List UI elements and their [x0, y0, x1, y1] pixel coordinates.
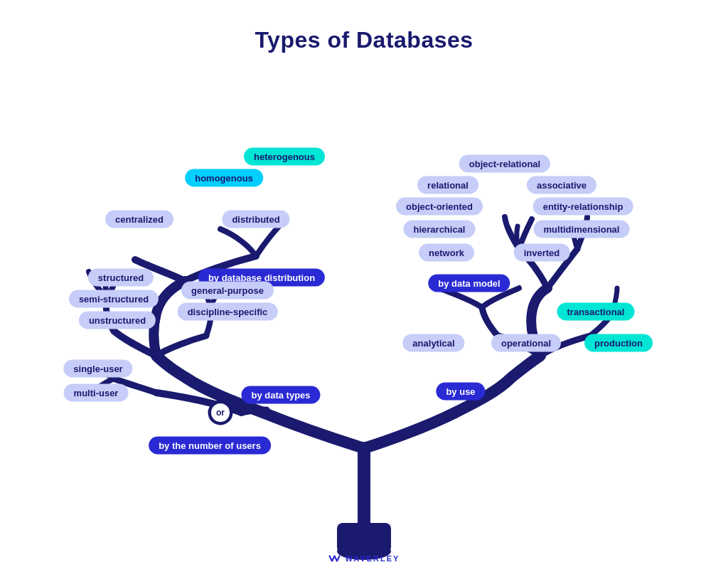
label-discipline-specific: discipline-specific: [178, 303, 278, 321]
label-unstructured: unstructured: [79, 312, 156, 329]
svg-rect-1: [337, 523, 391, 553]
label-entity-relationship: entity-relationship: [533, 198, 633, 216]
label-associative: associative: [527, 176, 596, 194]
label-by-data-types: by data types: [241, 386, 320, 404]
label-operational: operational: [491, 334, 561, 352]
label-general-purpose: general-purpose: [181, 282, 274, 300]
label-production: production: [584, 334, 653, 352]
label-multidimensional: multidimensional: [534, 221, 630, 238]
waverley-label: WAVERLEY: [346, 554, 400, 563]
label-or: or: [209, 401, 232, 424]
label-by-data-model: by data model: [428, 275, 510, 292]
waverley-footer: WAVERLEY: [328, 554, 400, 563]
label-hierarchical: hierarchical: [404, 221, 476, 238]
diagram-container: heterogenous homogenous centralized dist…: [0, 64, 728, 576]
label-network: network: [419, 244, 474, 262]
label-by-number-of-users: by the number of users: [149, 437, 271, 455]
label-distributed: distributed: [222, 211, 289, 228]
label-object-relational: object-relational: [459, 155, 550, 173]
label-object-oriented: object-oriented: [396, 198, 483, 216]
waverley-logo-icon: [328, 554, 341, 563]
label-relational: relational: [417, 176, 478, 194]
label-structured: structured: [88, 269, 154, 287]
label-by-use: by use: [436, 383, 485, 401]
label-centralized: centralized: [105, 211, 173, 228]
page-title: Types of Databases: [0, 0, 728, 53]
label-inverted: inverted: [514, 244, 570, 262]
label-heterogenous: heterogenous: [244, 148, 325, 166]
label-semi-structured: semi-structured: [69, 290, 159, 308]
label-analytical: analytical: [402, 334, 464, 352]
label-multi-user: multi-user: [64, 384, 129, 402]
label-single-user: single-user: [63, 360, 132, 378]
label-homogenous: homogenous: [185, 169, 263, 187]
label-transactional: transactional: [557, 303, 635, 321]
